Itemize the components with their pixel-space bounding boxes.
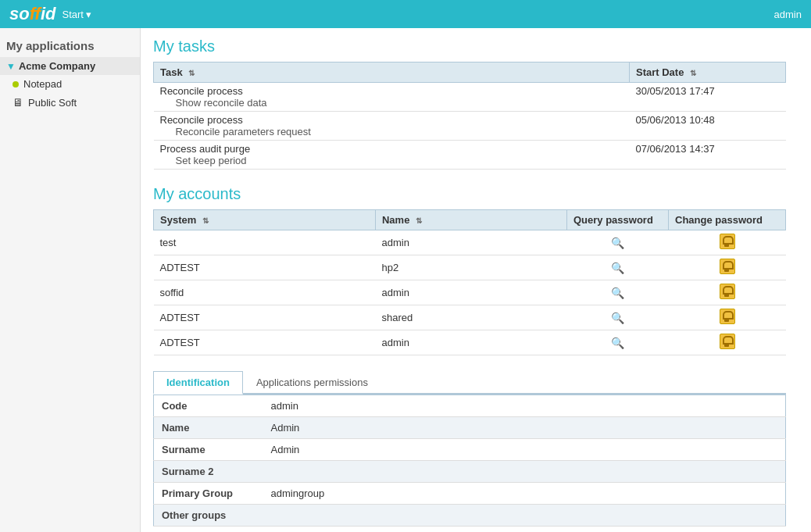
account-query-2: 🔍 (567, 280, 669, 305)
id-key-0: Code (154, 395, 263, 417)
company-arrow-icon: ▼ (6, 61, 16, 72)
tasks-col-task: Task ⇅ (154, 62, 630, 83)
sidebar-title: My applications (0, 34, 140, 57)
account-change-4 (669, 330, 786, 355)
accounts-col-change: Change password (669, 210, 786, 230)
main-content: My tasks Task ⇅ Start Date ⇅ Rec (141, 28, 811, 532)
tabs-header: Identification Applications permissions (153, 371, 786, 395)
tasks-col-date: Start Date ⇅ (630, 62, 786, 83)
tab-identification[interactable]: Identification (153, 371, 243, 395)
list-item: Code admin (154, 395, 786, 417)
id-value-2: Admin (263, 439, 786, 461)
list-item: Name Admin (154, 417, 786, 439)
logo-area: soffid Start ▾ (9, 4, 91, 24)
notepad-dot-icon (13, 81, 19, 87)
task-sort-icon[interactable]: ⇅ (188, 69, 195, 77)
id-value-4: admingroup (263, 483, 786, 505)
account-system-4: ADTEST (154, 330, 376, 355)
change-password-icon[interactable] (720, 234, 735, 249)
sidebar-item-notepad-label: Notepad (23, 78, 62, 90)
id-value-3 (263, 461, 786, 483)
id-key-4: Primary Group (154, 483, 263, 505)
id-value-1: Admin (263, 417, 786, 439)
start-button[interactable]: Start ▾ (63, 9, 91, 20)
accounts-col-name: Name ⇅ (375, 210, 566, 230)
admin-label: admin (774, 9, 802, 20)
task-main-2: Process audit purge Set keep period (154, 141, 630, 170)
company-label: Acme Company (19, 60, 95, 72)
account-name-1: hp2 (375, 255, 566, 280)
change-password-icon[interactable] (720, 284, 735, 299)
id-key-5: Other groups (154, 505, 263, 527)
change-password-icon[interactable] (720, 309, 735, 324)
query-password-icon[interactable]: 🔍 (611, 262, 624, 274)
account-query-3: 🔍 (567, 305, 669, 330)
change-password-icon[interactable] (720, 259, 735, 274)
sidebar-item-publicsoft-label: Public Soft (28, 97, 77, 109)
start-chevron-icon: ▾ (86, 9, 91, 20)
account-change-3 (669, 305, 786, 330)
query-password-icon[interactable]: 🔍 (611, 287, 624, 299)
account-change-0 (669, 230, 786, 255)
account-system-3: ADTEST (154, 305, 376, 330)
identification-table: Code admin Name Admin Surname Admin Surn… (153, 395, 786, 527)
accounts-col-system: System ⇅ (154, 210, 376, 230)
name-sort-icon[interactable]: ⇅ (416, 216, 422, 225)
id-value-5 (263, 505, 786, 527)
tab-app-permissions[interactable]: Applications permissions (243, 371, 381, 395)
id-key-1: Name (154, 417, 263, 439)
tabs-container: Identification Applications permissions … (153, 371, 786, 527)
account-system-2: soffid (154, 280, 376, 305)
id-key-2: Surname (154, 439, 263, 461)
accounts-col-query: Query password (567, 210, 669, 230)
sidebar-company[interactable]: ▼ Acme Company (0, 57, 140, 75)
table-row: test admin 🔍 (154, 230, 786, 255)
table-row: ADTEST shared 🔍 (154, 305, 786, 330)
sidebar: My applications ▼ Acme Company Notepad 🖥… (0, 28, 141, 532)
system-sort-icon[interactable]: ⇅ (202, 216, 209, 225)
query-password-icon[interactable]: 🔍 (611, 237, 624, 249)
list-item: Surname Admin (154, 439, 786, 461)
account-name-4: admin (375, 330, 566, 355)
table-row: ADTEST hp2 🔍 (154, 255, 786, 280)
start-label: Start (63, 9, 84, 20)
account-name-0: admin (375, 230, 566, 255)
task-main-0: Reconcile process Show reconcile data (154, 83, 630, 112)
task-main-1: Reconcile process Reconcile parameters r… (154, 112, 630, 141)
table-row: Process audit purge Set keep period 07/0… (154, 141, 786, 170)
account-change-2 (669, 280, 786, 305)
table-row: Reconcile process Show reconcile data 30… (154, 83, 786, 112)
account-query-1: 🔍 (567, 255, 669, 280)
task-date-1: 05/06/2013 10:48 (630, 112, 786, 141)
tasks-title: My tasks (153, 37, 798, 55)
table-row: soffid admin 🔍 (154, 280, 786, 305)
tasks-table: Task ⇅ Start Date ⇅ Reconcile process Sh… (153, 62, 786, 170)
change-password-icon[interactable] (720, 334, 735, 349)
list-item: Surname 2 (154, 461, 786, 483)
id-value-0: admin (263, 395, 786, 417)
query-password-icon[interactable]: 🔍 (611, 312, 624, 324)
account-change-1 (669, 255, 786, 280)
logo: soffid (9, 4, 56, 24)
task-date-2: 07/06/2013 14:37 (630, 141, 786, 170)
query-password-icon[interactable]: 🔍 (611, 337, 624, 349)
table-row: Reconcile process Reconcile parameters r… (154, 112, 786, 141)
accounts-table: System ⇅ Name ⇅ Query password Change pa… (153, 209, 786, 355)
layout: My applications ▼ Acme Company Notepad 🖥… (0, 28, 811, 532)
date-sort-icon[interactable]: ⇅ (690, 69, 696, 77)
account-name-2: admin (375, 280, 566, 305)
sidebar-item-notepad[interactable]: Notepad (0, 75, 140, 93)
publicsoft-icon: 🖥 (13, 96, 23, 109)
accounts-title: My accounts (153, 185, 798, 203)
table-row: ADTEST admin 🔍 (154, 330, 786, 355)
account-query-0: 🔍 (567, 230, 669, 255)
sidebar-item-publicsoft[interactable]: 🖥 Public Soft (0, 93, 140, 112)
list-item: Primary Group admingroup (154, 483, 786, 505)
id-key-3: Surname 2 (154, 461, 263, 483)
header: soffid Start ▾ admin (0, 0, 811, 28)
account-name-3: shared (375, 305, 566, 330)
list-item: Other groups (154, 505, 786, 527)
account-system-0: test (154, 230, 376, 255)
account-system-1: ADTEST (154, 255, 376, 280)
account-query-4: 🔍 (567, 330, 669, 355)
